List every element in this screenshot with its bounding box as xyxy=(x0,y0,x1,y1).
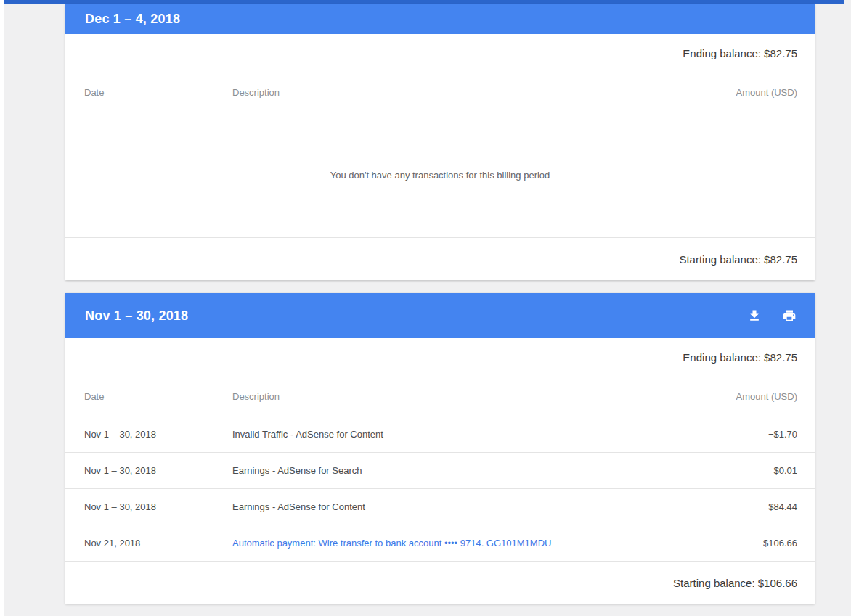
table-row: Nov 1 – 30, 2018 Earnings - AdSense for … xyxy=(65,453,815,489)
transaction-date: Nov 1 – 30, 2018 xyxy=(65,465,214,476)
billing-period-card-dec: Dec 1 – 4, 2018 Ending balance: $82.75 D… xyxy=(65,4,815,280)
transaction-amount: −$106.66 xyxy=(669,538,815,549)
column-header-amount: Amount (USD) xyxy=(669,391,815,402)
column-header-amount: Amount (USD) xyxy=(669,87,815,98)
transaction-amount: $0.01 xyxy=(669,465,815,476)
starting-balance-text: Starting balance: $82.75 xyxy=(679,253,797,266)
table-column-headers: Date Description Amount (USD) xyxy=(65,73,815,112)
table-column-headers: Date Description Amount (USD) xyxy=(65,377,815,416)
ending-balance-text: Ending balance: $82.75 xyxy=(683,47,797,59)
billing-period-title: Nov 1 – 30, 2018 xyxy=(85,308,188,324)
billing-period-header: Dec 1 – 4, 2018 xyxy=(65,4,815,34)
print-icon[interactable] xyxy=(781,308,797,324)
transaction-date: Nov 1 – 30, 2018 xyxy=(65,501,214,512)
table-row: Nov 1 – 30, 2018 Earnings - AdSense for … xyxy=(65,489,815,525)
column-header-date: Date xyxy=(65,391,214,402)
column-header-description: Description xyxy=(214,87,669,98)
transaction-amount: −$1.70 xyxy=(669,429,815,440)
download-icon[interactable] xyxy=(746,308,762,324)
page-left-edge xyxy=(0,0,4,616)
billing-period-header: Nov 1 – 30, 2018 xyxy=(65,293,815,338)
ending-balance-row: Ending balance: $82.75 xyxy=(65,34,815,73)
header-actions xyxy=(746,308,797,324)
ending-balance-row: Ending balance: $82.75 xyxy=(65,338,815,377)
column-header-date: Date xyxy=(65,87,214,98)
automatic-payment-link[interactable]: Automatic payment: Wire transfer to bank… xyxy=(232,538,551,549)
transaction-date: Nov 1 – 30, 2018 xyxy=(65,429,214,440)
transaction-description: Earnings - AdSense for Search xyxy=(214,465,669,476)
empty-transactions-message: You don't have any transactions for this… xyxy=(65,112,815,238)
billing-periods-list: Dec 1 – 4, 2018 Ending balance: $82.75 D… xyxy=(65,4,815,604)
transaction-amount: $84.44 xyxy=(669,501,815,512)
starting-balance-row: Starting balance: $106.66 xyxy=(65,562,815,604)
starting-balance-row: Starting balance: $82.75 xyxy=(65,238,815,280)
billing-period-card-nov: Nov 1 – 30, 2018 Ending balance: $82.75 … xyxy=(65,293,815,604)
column-header-description: Description xyxy=(214,391,669,402)
transaction-description: Invalid Traffic - AdSense for Content xyxy=(214,429,669,440)
transaction-date: Nov 21, 2018 xyxy=(65,538,214,549)
transaction-description-cell: Automatic payment: Wire transfer to bank… xyxy=(214,538,669,549)
table-row: Nov 21, 2018 Automatic payment: Wire tra… xyxy=(65,525,815,562)
table-row: Nov 1 – 30, 2018 Invalid Traffic - AdSen… xyxy=(65,416,815,453)
billing-period-title: Dec 1 – 4, 2018 xyxy=(85,12,180,27)
transaction-description: Earnings - AdSense for Content xyxy=(214,501,669,512)
starting-balance-text: Starting balance: $106.66 xyxy=(673,577,797,589)
ending-balance-text: Ending balance: $82.75 xyxy=(683,351,797,364)
